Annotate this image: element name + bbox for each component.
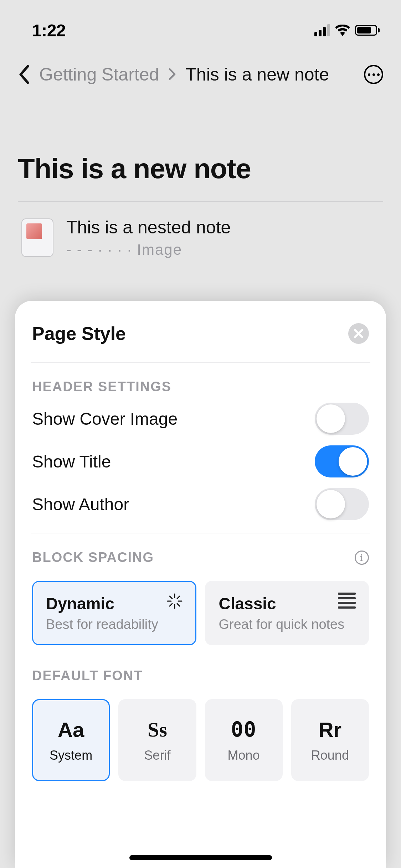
font-label: Mono: [228, 748, 260, 763]
spacing-option-subtitle: Great for quick notes: [219, 613, 355, 632]
setting-label: Show Author: [32, 495, 129, 514]
section-block-spacing-label: BLOCK SPACING i: [32, 533, 369, 568]
chevron-right-icon: [168, 64, 176, 85]
nested-note-meta: - - - · · · · Image: [66, 241, 231, 258]
nested-note-card[interactable]: This is a nested note - - - · · · · Imag…: [18, 202, 383, 258]
nested-note-title: This is a nested note: [66, 217, 231, 238]
setting-show-author: Show Author: [32, 483, 369, 526]
spacing-option-classic[interactable]: Classic Great for quick notes: [205, 581, 369, 645]
svg-line-7: [170, 604, 172, 606]
svg-line-4: [170, 596, 172, 599]
page-content: This is a new note This is a nested note…: [0, 85, 401, 258]
sparkle-icon: [166, 593, 183, 611]
font-sample: Aa: [58, 718, 84, 742]
back-button[interactable]: [18, 65, 30, 84]
spacing-option-title: Dynamic: [46, 594, 182, 613]
svg-line-6: [177, 596, 180, 599]
font-option-serif[interactable]: Ss Serif: [118, 699, 196, 781]
lines-icon: [338, 593, 356, 609]
sheet-title: Page Style: [32, 323, 126, 344]
status-time: 1:22: [32, 21, 66, 40]
wifi-icon: [335, 25, 350, 36]
setting-show-title: Show Title: [32, 440, 369, 483]
spacing-option-title: Classic: [219, 594, 355, 613]
breadcrumb: Getting Started This is a new note: [39, 64, 355, 85]
home-indicator[interactable]: [129, 855, 272, 860]
more-options-button[interactable]: [364, 65, 383, 84]
breadcrumb-parent[interactable]: Getting Started: [39, 64, 159, 85]
section-label-text: BLOCK SPACING: [32, 550, 154, 565]
font-sample: Rr: [319, 718, 341, 742]
toggle-show-author[interactable]: [315, 488, 369, 520]
font-label: Serif: [144, 748, 170, 763]
breadcrumb-current: This is a new note: [185, 64, 329, 85]
setting-show-cover-image: Show Cover Image: [32, 397, 369, 440]
font-label: Round: [311, 748, 349, 763]
section-header-settings-label: HEADER SETTINGS: [32, 363, 369, 397]
font-sample: Ss: [148, 718, 167, 742]
font-option-system[interactable]: Aa System: [32, 699, 110, 781]
spacing-option-dynamic[interactable]: Dynamic Best for readability: [32, 581, 196, 645]
topbar: Getting Started This is a new note: [0, 50, 401, 85]
toggle-show-cover-image[interactable]: [315, 403, 369, 435]
status-bar: 1:22: [0, 0, 401, 50]
page-title[interactable]: This is a new note: [18, 153, 383, 201]
svg-line-5: [177, 604, 180, 606]
page-style-sheet: Page Style HEADER SETTINGS Show Cover Im…: [15, 301, 386, 868]
setting-label: Show Cover Image: [32, 409, 178, 429]
setting-label: Show Title: [32, 452, 111, 471]
font-option-mono[interactable]: 00 Mono: [205, 699, 283, 781]
toggle-show-title[interactable]: [315, 445, 369, 477]
spacing-option-subtitle: Best for readability: [46, 613, 182, 632]
status-indicators: [314, 24, 380, 36]
font-label: System: [50, 748, 92, 763]
battery-icon: [355, 25, 380, 36]
cellular-signal-icon: [314, 24, 330, 36]
section-default-font-label: DEFAULT FONT: [32, 645, 369, 686]
font-option-round[interactable]: Rr Round: [291, 699, 369, 781]
close-icon: [354, 329, 363, 338]
font-sample: 00: [231, 717, 257, 742]
info-icon[interactable]: i: [355, 551, 369, 565]
nested-note-thumbnail: [21, 218, 53, 257]
close-button[interactable]: [348, 323, 369, 344]
